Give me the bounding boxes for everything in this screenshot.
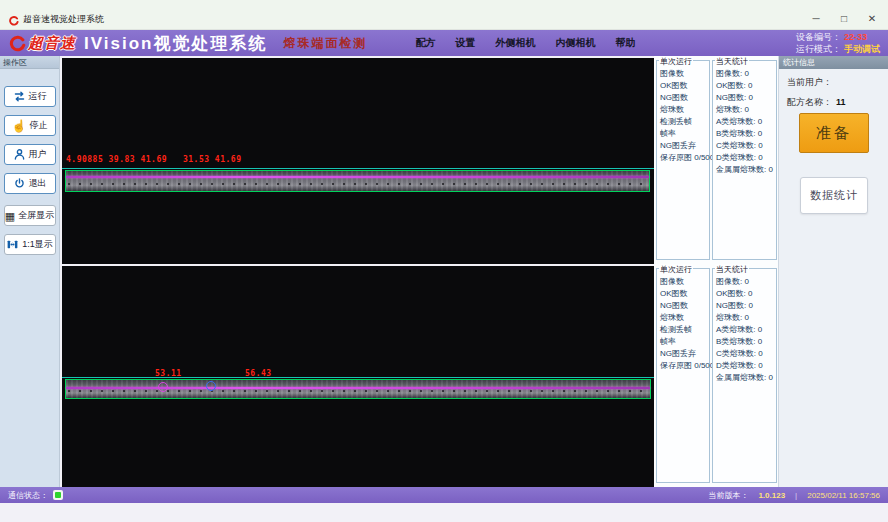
hand-point-icon: ☝: [12, 120, 27, 132]
brand-logo-icon: [8, 34, 26, 52]
user-button-label: 用户: [29, 148, 47, 161]
power-icon: [13, 177, 26, 190]
laser-line: [66, 176, 649, 178]
groupbox-legend: 当天统计: [715, 264, 749, 275]
stat-row: A类熔珠数: 0: [716, 118, 776, 126]
menu-bar: 配方设置外侧相机内侧相机帮助: [415, 36, 635, 50]
stat-row: 金属屑熔珠数: 0: [716, 166, 776, 174]
single-run-groupbox: 单次运行 图像数OK图数NG图数熔珠数检测丢帧帧率NG图丢弃保存原图 0/500: [656, 60, 710, 260]
app-window: 超音速视觉处理系统 ─ □ ✕ 超音速 IVision视觉处理系统 熔珠端面检测…: [0, 0, 888, 522]
groupbox-legend: 当天统计: [715, 56, 749, 67]
app-title: IVision视觉处理系统: [84, 32, 267, 55]
one-to-one-button[interactable]: 1:1显示: [4, 234, 56, 255]
stats-panel-inner: 单次运行 图像数OK图数NG图数熔珠数检测丢帧帧率NG图丢弃保存原图 0/500…: [656, 268, 777, 483]
one-to-one-button-label: 1:1显示: [22, 238, 53, 251]
scan-line: [62, 377, 654, 378]
stats-panel-outer: 单次运行 图像数OK图数NG图数熔珠数检测丢帧帧率NG图丢弃保存原图 0/500…: [656, 60, 777, 260]
operation-sidebar: 操作区 运行 ☝ 停止 用户 退出: [0, 56, 60, 487]
menu-item[interactable]: 配方: [415, 36, 435, 50]
run-mode-value: 手动调试: [844, 44, 880, 54]
stat-row: NG图丢弃: [660, 142, 709, 150]
exit-button-label: 退出: [29, 177, 47, 190]
device-number-value: 22-33: [844, 32, 867, 42]
stat-row: A类熔珠数: 0: [716, 326, 776, 334]
today-stats-groupbox: 当天统计 图像数: 0OK图数: 0NG图数: 0熔珠数: 0A类熔珠数: 0B…: [712, 60, 777, 260]
stat-row: 图像数: [660, 70, 709, 78]
stat-row: OK图数: 0: [716, 290, 776, 298]
prepare-button[interactable]: 准备: [799, 113, 869, 153]
defect-marker: [158, 382, 168, 392]
stop-button-label: 停止: [29, 119, 47, 132]
recipe-name-label: 配方名称：: [787, 97, 832, 107]
fullscreen-grid-icon: ▦: [5, 210, 15, 222]
version-value: 1.0.123: [758, 491, 785, 500]
recipe-name-value: 11: [836, 97, 846, 107]
today-stats-groupbox: 当天统计 图像数: 0OK图数: 0NG图数: 0熔珠数: 0A类熔珠数: 0B…: [712, 268, 777, 483]
camera-view-outer[interactable]: 4.90885 39.83 41.69 31.53 41.69: [62, 58, 654, 264]
stat-row: OK图数: 0: [716, 82, 776, 90]
stat-row: NG图数: 0: [716, 302, 776, 310]
camera-view-inner[interactable]: 53.11 56.43: [62, 266, 654, 487]
close-button[interactable]: ✕: [866, 14, 878, 24]
stop-button[interactable]: ☝ 停止: [4, 115, 56, 136]
stat-row: 熔珠数: 0: [716, 106, 776, 114]
stat-row: B类熔珠数: 0: [716, 130, 776, 138]
version-label: 当前版本：: [708, 490, 748, 501]
roi-rectangle: [65, 379, 651, 399]
stat-row: OK图数: [660, 290, 709, 298]
stat-row: 检测丢帧: [660, 118, 709, 126]
window-controls: ─ □ ✕: [810, 14, 878, 26]
data-statistics-button[interactable]: 数据统计: [800, 177, 868, 214]
stat-row: 图像数: [660, 278, 709, 286]
app-subtitle: 熔珠端面检测: [283, 35, 367, 52]
laser-line: [66, 387, 650, 389]
measurement-annotation: 4.90885 39.83 41.69 31.53 41.69: [66, 155, 241, 164]
stat-row: 帧率: [660, 338, 709, 346]
cycle-arrows-icon: [13, 90, 26, 103]
stat-row: NG图数: [660, 302, 709, 310]
titlebar: 超音速视觉处理系统 ─ □ ✕: [0, 0, 888, 30]
device-info: 设备编号：22-33 运行模式：手动调试: [796, 31, 880, 55]
defect-marker: [206, 381, 216, 391]
stat-row: 熔珠数: [660, 106, 709, 114]
menu-item[interactable]: 内侧相机: [555, 36, 595, 50]
green-light-icon: [55, 492, 61, 498]
one-to-one-icon: [6, 238, 19, 251]
stat-row: D类熔珠数: 0: [716, 154, 776, 162]
fullscreen-button-label: 全屏显示: [18, 209, 54, 222]
stat-row: NG图数: [660, 94, 709, 102]
menu-item[interactable]: 帮助: [615, 36, 635, 50]
stat-row: NG图数: 0: [716, 94, 776, 102]
minimize-button[interactable]: ─: [810, 14, 822, 24]
window-title: 超音速视觉处理系统: [23, 13, 104, 26]
header-bar: 超音速 IVision视觉处理系统 熔珠端面检测 配方设置外侧相机内侧相机帮助 …: [0, 30, 888, 56]
brand-name: 超音速: [28, 34, 76, 53]
stat-row: OK图数: [660, 82, 709, 90]
single-run-groupbox: 单次运行 图像数OK图数NG图数熔珠数检测丢帧帧率NG图丢弃保存原图 0/500: [656, 268, 710, 483]
stat-row: D类熔珠数: 0: [716, 362, 776, 370]
stat-row: 熔珠数: [660, 314, 709, 322]
exit-button[interactable]: 退出: [4, 173, 56, 194]
user-button[interactable]: 用户: [4, 144, 56, 165]
run-button-label: 运行: [29, 90, 47, 103]
user-icon: [13, 148, 26, 161]
weld-bead-image: [66, 171, 649, 191]
run-button[interactable]: 运行: [4, 86, 56, 107]
stat-row: 帧率: [660, 130, 709, 138]
separator: |: [795, 491, 797, 500]
scan-line: [62, 168, 654, 169]
maximize-button[interactable]: □: [838, 14, 850, 24]
roi-rectangle: [65, 170, 650, 192]
stat-row: C类熔珠数: 0: [716, 350, 776, 358]
stat-row: C类熔珠数: 0: [716, 142, 776, 150]
menu-item[interactable]: 外侧相机: [495, 36, 535, 50]
stat-row: NG图丢弃: [660, 350, 709, 358]
stat-row: 图像数: 0: [716, 70, 776, 78]
current-user-label: 当前用户：: [787, 77, 832, 87]
run-mode-label: 运行模式：: [796, 44, 841, 54]
menu-item[interactable]: 设置: [455, 36, 475, 50]
status-bar: 通信状态： 当前版本： 1.0.123 | 2025/02/11 16:57:5…: [0, 487, 888, 503]
weld-bead-image: [66, 380, 650, 398]
fullscreen-button[interactable]: ▦ 全屏显示: [4, 205, 56, 226]
stat-row: B类熔珠数: 0: [716, 338, 776, 346]
